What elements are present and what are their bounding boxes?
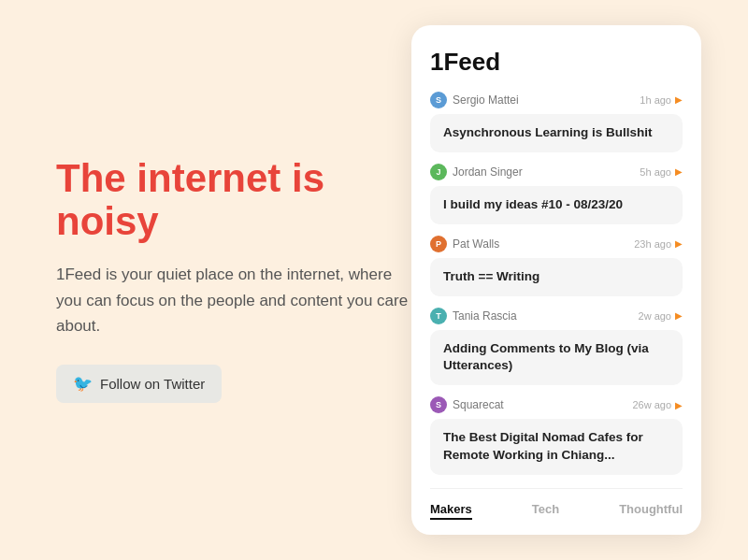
avatar: P bbox=[430, 236, 447, 252]
feed-item[interactable]: S Squarecat 26w ago ▶ The Best Digital N… bbox=[430, 396, 683, 475]
rss-icon: ▶ bbox=[675, 166, 683, 177]
feed-items: S Sergio Mattei 1h ago ▶ Asynchronous Le… bbox=[430, 92, 683, 475]
feed-item-time: 23h ago ▶ bbox=[634, 238, 683, 250]
feed-title: 1Feed bbox=[430, 48, 683, 77]
feed-item-content[interactable]: Asynchronous Learning is Bullshit bbox=[430, 114, 683, 152]
feed-item-time: 26w ago ▶ bbox=[632, 399, 683, 410]
feed-item[interactable]: T Tania Rascia 2w ago ▶ Adding Comments … bbox=[430, 308, 683, 386]
feed-tabs: Makers Tech Thoughtful bbox=[430, 488, 683, 520]
tab-tech[interactable]: Tech bbox=[532, 500, 559, 520]
avatar: T bbox=[430, 308, 447, 324]
author-name: Squarecat bbox=[453, 398, 504, 411]
feed-item[interactable]: P Pat Walls 23h ago ▶ Truth == Writing bbox=[430, 236, 683, 296]
twitter-icon: 🐦 bbox=[73, 374, 93, 394]
rss-icon: ▶ bbox=[675, 310, 683, 321]
tab-thoughtful[interactable]: Thoughtful bbox=[619, 500, 683, 520]
author-name: Jordan Singer bbox=[453, 165, 523, 179]
author-name: Pat Walls bbox=[453, 237, 499, 251]
feed-item-content[interactable]: The Best Digital Nomad Cafes for Remote … bbox=[430, 419, 683, 475]
follow-twitter-button[interactable]: 🐦 Follow on Twitter bbox=[56, 365, 222, 403]
left-panel: The internet is noisy 1Feed is your quie… bbox=[56, 157, 411, 403]
time-label: 26w ago bbox=[632, 399, 671, 410]
avatar: J bbox=[430, 164, 447, 180]
time-label: 23h ago bbox=[634, 238, 671, 250]
time-label: 5h ago bbox=[640, 166, 671, 178]
follow-twitter-label: Follow on Twitter bbox=[100, 376, 205, 392]
author-name: Tania Rascia bbox=[453, 309, 517, 323]
rss-icon: ▶ bbox=[675, 94, 683, 105]
description: 1Feed is your quiet place on the interne… bbox=[56, 262, 411, 338]
time-label: 2w ago bbox=[639, 310, 671, 322]
rss-icon: ▶ bbox=[675, 400, 683, 410]
avatar: S bbox=[430, 92, 447, 108]
feed-item[interactable]: J Jordan Singer 5h ago ▶ I build my idea… bbox=[430, 164, 683, 224]
feed-item-content[interactable]: I build my ideas #10 - 08/23/20 bbox=[430, 186, 683, 224]
time-label: 1h ago bbox=[640, 94, 671, 106]
feed-item-author: T Tania Rascia bbox=[430, 308, 517, 324]
feed-item-author: P Pat Walls bbox=[430, 236, 499, 252]
avatar: S bbox=[430, 396, 447, 413]
feed-item[interactable]: S Sergio Mattei 1h ago ▶ Asynchronous Le… bbox=[430, 92, 683, 152]
feed-item-time: 2w ago ▶ bbox=[639, 310, 683, 322]
feed-item-author: J Jordan Singer bbox=[430, 164, 523, 180]
feed-item-content[interactable]: Adding Comments to My Blog (via Utteranc… bbox=[430, 330, 683, 386]
feed-item-author: S Sergio Mattei bbox=[430, 92, 519, 108]
feed-item-time: 5h ago ▶ bbox=[640, 166, 683, 178]
headline: The internet is noisy bbox=[56, 157, 411, 243]
author-name: Sergio Mattei bbox=[453, 93, 519, 107]
rss-icon: ▶ bbox=[675, 238, 683, 249]
feed-item-time: 1h ago ▶ bbox=[640, 94, 683, 106]
feed-item-author: S Squarecat bbox=[430, 396, 504, 413]
feed-card: 1Feed S Sergio Mattei 1h ago ▶ Asynchron… bbox=[411, 25, 701, 535]
feed-item-content[interactable]: Truth == Writing bbox=[430, 258, 683, 296]
tab-makers[interactable]: Makers bbox=[430, 500, 472, 520]
